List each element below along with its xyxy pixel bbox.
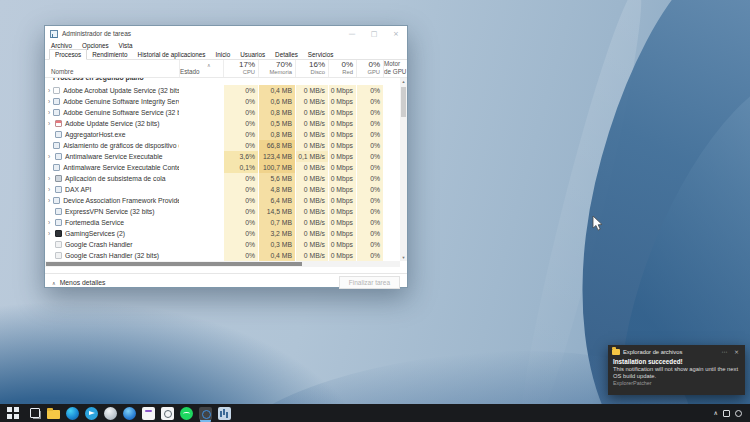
horizontal-scrollbar[interactable] — [45, 261, 400, 267]
column-network[interactable]: 0%Red — [328, 60, 356, 77]
process-icon — [53, 142, 60, 149]
process-status — [179, 239, 223, 250]
process-row[interactable]: › GamingServices (2) 0% 3,2 MB 0 MB/s 0 … — [45, 228, 407, 239]
folder-icon — [612, 349, 620, 355]
process-row[interactable]: › Adobe Update Service (32 bits) 0% 0,5 … — [45, 118, 407, 129]
memory-cell: 5,6 MB — [258, 173, 295, 184]
start-icon[interactable] — [7, 407, 20, 420]
process-row[interactable]: › Adobe Genuine Software Service (32 bit… — [45, 107, 407, 118]
end-task-button[interactable]: Finalizar tarea — [339, 276, 400, 289]
expand-chevron-icon[interactable]: › — [48, 107, 50, 118]
cpu-cell: 0% — [223, 107, 258, 118]
process-row[interactable]: › AggregatorHost.exe 0% 0,8 MB 0 MB/s 0 … — [45, 129, 407, 140]
tray-device-icon[interactable] — [723, 410, 730, 417]
process-row[interactable]: › Google Crash Handler (32 bits) 0% 0,4 … — [45, 250, 407, 261]
less-details-toggle[interactable]: ∧ Menos detalles — [52, 279, 105, 286]
tab-servicios[interactable]: Servicios — [303, 50, 339, 59]
process-row[interactable]: › Adobe Acrobat Update Service (32 bits)… — [45, 85, 407, 96]
disk-cell: 0 MB/s — [295, 173, 328, 184]
scroll-up-icon[interactable]: ▲ — [400, 78, 407, 85]
expand-chevron-icon[interactable]: › — [48, 195, 50, 206]
process-row[interactable]: › Antimalware Service Executable Content… — [45, 162, 407, 173]
notes-app-icon[interactable] — [142, 407, 155, 420]
process-row[interactable]: › Device Association Framework Provider … — [45, 195, 407, 206]
green-circle-app-icon[interactable] — [180, 407, 193, 420]
process-row[interactable]: › Google Crash Handler 0% 0,3 MB 0 MB/s … — [45, 239, 407, 250]
process-row[interactable]: › Antimalware Service Executable 3,6% 12… — [45, 151, 407, 162]
expand-chevron-icon[interactable]: › — [48, 118, 52, 129]
blue-sphere-app-icon[interactable] — [123, 407, 136, 420]
tab-inicio[interactable]: Inicio — [211, 50, 236, 59]
disk-cell: 0 MB/s — [295, 129, 328, 140]
process-row[interactable]: › Adobe Genuine Software Integrity Servi… — [45, 96, 407, 107]
task-view-icon[interactable] — [30, 408, 40, 418]
menu-vista[interactable]: Vista — [119, 42, 133, 49]
process-name: GamingServices (2) — [65, 230, 125, 237]
sort-ascending-icon: ∧ — [207, 62, 211, 68]
process-icon — [55, 120, 62, 127]
network-cell: 0 Mbps — [328, 151, 356, 162]
column-status[interactable]: Estado — [179, 60, 223, 77]
column-disk[interactable]: 16%Disco — [295, 60, 328, 77]
column-gpu-engine[interactable]: Motor de GPU — [383, 60, 407, 77]
maximize-button[interactable]: □ — [363, 26, 385, 41]
tab-usuarios[interactable]: Usuarios — [235, 50, 270, 59]
tab-rendimiento[interactable]: Rendimiento — [87, 50, 132, 59]
column-memory[interactable]: 70%Memoria — [258, 60, 295, 77]
expand-chevron-icon[interactable]: › — [48, 228, 52, 239]
gpu-cell: 0% — [356, 184, 383, 195]
dark-swirl-app-icon[interactable] — [199, 407, 212, 420]
process-row[interactable]: › DAX API 0% 4,8 MB 0 MB/s 0 Mbps 0% — [45, 184, 407, 195]
memory-cell: 0,4 MB — [258, 250, 295, 261]
gray-sphere-app-icon[interactable] — [104, 407, 117, 420]
expand-chevron-icon[interactable]: › — [48, 85, 50, 96]
vertical-scrollbar-thumb[interactable] — [401, 87, 406, 117]
vertical-scrollbar[interactable]: ▲ ▼ — [400, 78, 407, 261]
expand-chevron-icon[interactable]: › — [48, 96, 50, 107]
gpu-cell: 0% — [356, 195, 383, 206]
clock-app-icon[interactable] — [161, 407, 174, 420]
network-cell: 0 Mbps — [328, 118, 356, 129]
expand-chevron-icon[interactable]: › — [48, 151, 52, 162]
window-title: Administrador de tareas — [62, 30, 341, 37]
menu-opciones[interactable]: Opciones — [82, 42, 109, 49]
file-explorer-icon[interactable] — [47, 410, 60, 419]
process-name: Antimalware Service Executable — [65, 153, 162, 160]
title-bar[interactable]: Administrador de tareas — □ × — [45, 26, 407, 41]
expand-chevron-icon[interactable]: › — [48, 184, 52, 195]
column-cpu[interactable]: 17%CPU — [223, 60, 258, 77]
close-button[interactable]: × — [385, 26, 407, 41]
toast-more-icon[interactable]: ⋯ — [720, 348, 729, 355]
process-row[interactable]: › Fortemedia Service 0% 0,7 MB 0 MB/s 0 … — [45, 217, 407, 228]
minimize-button[interactable]: — — [341, 26, 363, 41]
tab-detalles[interactable]: Detalles — [270, 50, 303, 59]
expand-chevron-icon[interactable]: › — [48, 217, 52, 228]
network-cell: 0 Mbps — [328, 217, 356, 228]
task-manager-window: Administrador de tareas — □ × Archivo Op… — [44, 25, 408, 288]
telegram-icon[interactable] — [85, 407, 98, 420]
menu-archivo[interactable]: Archivo — [51, 42, 72, 49]
toast-close-icon[interactable]: × — [732, 348, 741, 355]
edge-icon[interactable] — [66, 407, 79, 420]
notification-center-icon[interactable] — [735, 410, 742, 417]
task-manager-icon[interactable] — [218, 407, 231, 420]
group-header-background-processes[interactable]: Procesos en segundo plano — [45, 78, 407, 85]
scroll-down-icon[interactable]: ▼ — [400, 254, 407, 261]
horizontal-scrollbar-thumb[interactable] — [46, 262, 302, 266]
process-status — [179, 118, 223, 129]
process-row[interactable]: › Aislamiento de gráficos de dispositivo… — [45, 140, 407, 151]
process-row[interactable]: › ExpressVPN Service (32 bits) 0% 14,5 M… — [45, 206, 407, 217]
notification-toast[interactable]: Explorador de archivos ⋯ × Installation … — [608, 345, 745, 395]
tray-expand-chevron-icon[interactable]: ∧ — [714, 410, 718, 416]
process-name: Antimalware Service Executable Content P… — [63, 164, 179, 171]
process-row[interactable]: › Aplicación de subsistema de cola 0% 5,… — [45, 173, 407, 184]
gpu-cell: 0% — [356, 129, 383, 140]
process-name: Fortemedia Service — [65, 219, 124, 226]
disk-cell: 0 MB/s — [295, 184, 328, 195]
column-name[interactable]: Nombre — [45, 60, 179, 77]
tab-procesos[interactable]: Procesos — [49, 49, 87, 60]
tab-historial-de-aplicaciones[interactable]: Historial de aplicaciones — [133, 50, 211, 59]
tab-bar: ProcesosRendimientoHistorial de aplicaci… — [45, 50, 407, 60]
column-gpu[interactable]: 0%GPU — [356, 60, 383, 77]
expand-chevron-icon[interactable]: › — [48, 173, 52, 184]
